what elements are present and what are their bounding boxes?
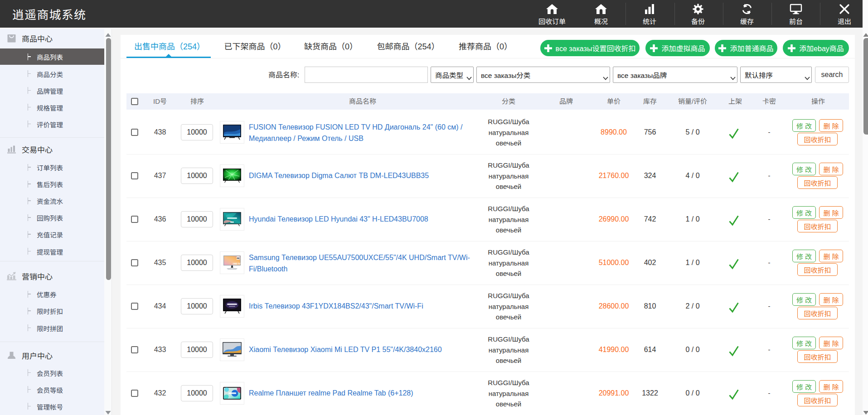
svg-text:UHD TV: UHD TV (233, 263, 241, 265)
svg-text:4K: 4K (237, 257, 240, 260)
